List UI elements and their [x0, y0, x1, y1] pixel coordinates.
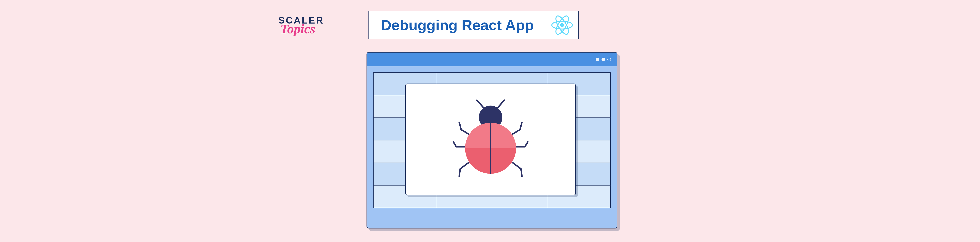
svg-point-0: [560, 23, 564, 27]
window-control-dot: [601, 58, 605, 61]
bug-icon: [442, 91, 539, 188]
svg-line-4: [477, 100, 485, 109]
browser-titlebar: [367, 53, 617, 66]
scaler-topics-logo: SCALER Topics: [278, 16, 324, 34]
react-icon: [546, 11, 578, 39]
svg-line-5: [496, 100, 504, 109]
table-area: [367, 66, 617, 214]
window-control-dot: [608, 58, 611, 61]
browser-window: [366, 52, 617, 228]
page-title: Debugging React App: [369, 11, 546, 39]
window-control-dot: [596, 58, 599, 61]
title-bar: Debugging React App: [369, 11, 579, 39]
bug-card: [405, 84, 576, 195]
